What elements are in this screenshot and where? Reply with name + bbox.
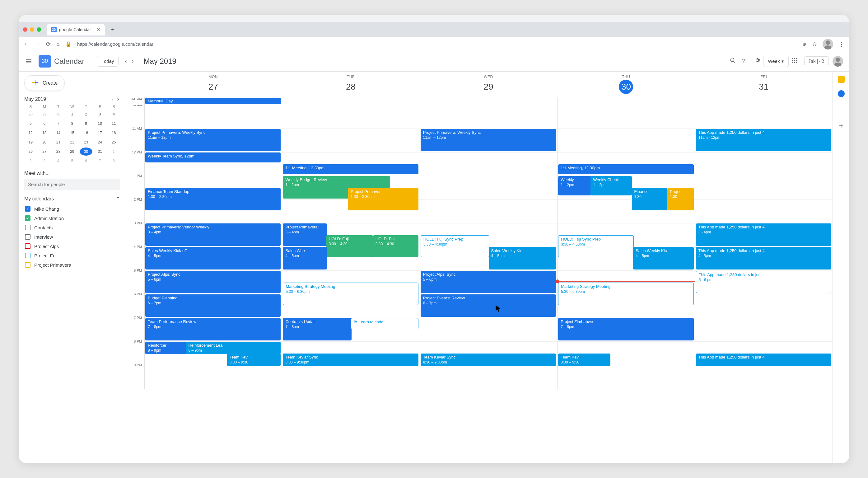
mini-day[interactable]: 19 [24,138,37,146]
mini-day[interactable]: 28 [24,110,37,118]
mini-prev-icon[interactable]: ‹ [111,95,115,103]
calendar-event[interactable]: Team Kevl8:30 – 9:30 [558,354,611,366]
time-slot[interactable] [420,318,557,342]
mini-day[interactable]: 2 [80,110,92,118]
time-slot[interactable] [558,129,695,152]
mini-day[interactable]: 7 [94,157,106,165]
mini-day[interactable]: 16 [80,129,92,137]
calendar-event[interactable]: Weekly1 – 2pm [558,176,591,196]
nav-home-icon[interactable]: ⌂ [56,41,60,47]
calendar-checkbox[interactable] [25,215,30,221]
calendar-event[interactable]: HOLD: Fuji3:30 – 4:30 [373,235,418,257]
calendar-checkbox[interactable] [25,253,30,258]
mini-day[interactable]: 13 [38,129,51,137]
today-button[interactable]: Today [97,56,119,67]
window-minimize-button[interactable] [30,27,34,32]
calendar-checkbox[interactable] [25,234,30,240]
mini-day[interactable]: 5 [66,157,79,165]
calendar-event[interactable]: Project Alps: Sync5 – 6pm [145,271,281,293]
calendar-event[interactable]: Budget Planning6 – 7pm [145,294,281,317]
time-slot[interactable] [420,105,557,129]
search-icon[interactable] [726,55,739,67]
time-slot[interactable] [282,365,420,389]
calendar-event[interactable]: Sales Weekly Kic4 – 5pm [633,247,694,269]
calendar-list-item[interactable]: Administration [24,213,120,223]
window-close-button[interactable] [23,27,27,32]
calendar-event[interactable]: Weekly Team Sync, 12pm [145,152,281,162]
time-slot[interactable] [695,152,833,176]
calendar-event[interactable]: Finance1:30 – [632,188,668,210]
allday-event[interactable]: Memorial Day [145,98,281,104]
time-slot[interactable] [420,176,557,200]
mini-day[interactable]: 11 [107,119,120,128]
mini-day[interactable]: 29 [66,148,79,156]
calendar-list-item[interactable]: Mike Chang [24,204,120,213]
mini-day[interactable]: 26 [24,148,37,156]
tasks-icon[interactable] [838,90,845,97]
calendar-event[interactable]: Project Alps: Sync5 – 6pm [421,271,556,293]
calendar-event[interactable]: Sales Wee4 – 5pm [283,247,327,269]
calendar-event[interactable]: Reinforcer8 – 9pm [145,342,186,354]
mini-day[interactable]: 30 [80,148,92,156]
calendar-checkbox[interactable] [25,206,30,212]
zoom-icon[interactable]: ⊕ [802,41,806,47]
mini-day[interactable]: 1 [107,148,120,156]
calendar-event[interactable]: Project Primaver1:30 – 2:30pm [348,188,418,210]
time-slot[interactable] [145,365,282,389]
mini-day[interactable]: 27 [38,148,51,156]
time-slot[interactable] [558,365,695,389]
window-maximize-button[interactable] [37,27,41,32]
time-slot[interactable] [558,105,695,129]
calendar-event[interactable]: This App made 1,250 dollars in just 4 [696,354,831,366]
mini-day[interactable]: 1 [66,110,79,118]
next-period-icon[interactable]: › [129,55,136,67]
mini-day[interactable]: 18 [107,129,120,137]
mini-day[interactable]: 4 [107,110,120,118]
time-slot[interactable] [145,105,282,129]
mini-next-icon[interactable]: › [116,95,120,103]
my-calendars-heading[interactable]: My calendars ⌃ [24,196,120,202]
calendar-checkbox[interactable] [25,262,30,268]
mini-day[interactable]: 3 [94,110,106,118]
calendar-event[interactable]: 1:1 Meeting, 12:30pm [558,164,693,174]
day-column[interactable]: 1:1 Meeting, 12:30pmWeekly Budget Review… [282,105,420,389]
account-avatar[interactable] [833,56,843,67]
time-slot[interactable] [695,176,833,200]
mini-day[interactable]: 4 [52,157,65,165]
mini-day[interactable]: 8 [66,119,79,128]
day-column[interactable]: Project Primavera: Weekly Sync11am – 12p… [144,105,282,389]
time-slot[interactable] [695,200,833,223]
nav-back-icon[interactable]: ← [24,41,29,47]
calendar-event[interactable]: 1:1 Meeting, 12:30pm [283,164,418,174]
calendar-event[interactable]: Team Kevl8:30 – 9:30 [227,354,281,366]
day-column[interactable]: 1:1 Meeting, 12:30pmWeekly1 – 2pmWeekly … [557,105,695,389]
mini-day[interactable]: 22 [66,138,79,146]
mini-day[interactable]: 24 [94,138,106,146]
day-header[interactable]: FRI31 [695,71,833,97]
browser-tab[interactable]: 30 google Calendar ✕ [46,24,105,35]
new-tab-button[interactable]: + [111,26,115,33]
calendar-event[interactable]: Marketing Strategy Meeting5:30 – 6:30pm [283,282,418,305]
mini-day[interactable]: 14 [52,129,65,137]
bookmark-icon[interactable]: ☆ [812,41,817,48]
day-header[interactable]: THU30 [557,71,695,97]
nav-forward-icon[interactable]: → [35,41,40,47]
calendar-event[interactable]: Project Everest Review6 – 7pm [421,294,556,317]
calendar-event[interactable]: Team Kevlar Sync8:30 – 9:30pm [283,354,418,366]
mini-day[interactable]: 2 [24,157,37,165]
calendar-event[interactable]: This App made 1,250 dollars in just5 - 6… [696,271,831,293]
calendar-event[interactable]: HOLD: Fuji3:30 – 4:30 [327,235,373,257]
time-slot[interactable] [420,152,557,176]
time-slot[interactable] [695,294,833,318]
time-slot[interactable] [420,200,557,223]
hamburger-menu-icon[interactable] [25,58,32,65]
calendar-event[interactable]: Contracts Updat7 – 8pm [283,318,351,340]
add-addon-icon[interactable]: + [839,121,843,130]
browser-avatar[interactable] [823,39,833,50]
help-icon[interactable]: ?⃝ [739,55,751,67]
browser-menu-icon[interactable]: ⋮ [839,41,844,48]
mini-day[interactable]: 21 [52,138,65,146]
calendar-list-item[interactable]: Project Primavera [24,260,120,269]
mini-calendar[interactable]: SMTWTFS282930123456789101112131415161718… [24,104,120,165]
time-slot[interactable] [695,318,833,342]
